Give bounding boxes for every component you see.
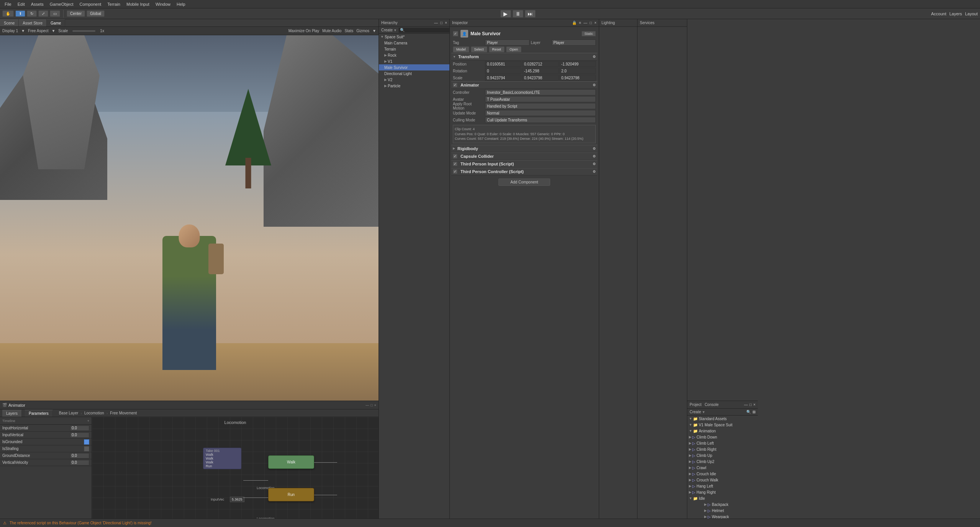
- project-create-button[interactable]: Create: [690, 410, 701, 414]
- display-label[interactable]: Display 1: [2, 29, 18, 33]
- param-input-vertical-value[interactable]: 0.0: [70, 432, 89, 438]
- project-item-crawl[interactable]: ▶▷ Crawl: [687, 465, 758, 471]
- project-item-climb-right[interactable]: ▶▷ Climb Right: [687, 446, 758, 452]
- tab-parameters[interactable]: Parameters: [25, 410, 53, 417]
- free-movement-tab[interactable]: Free Movement: [110, 411, 137, 416]
- play-button[interactable]: ▶: [500, 10, 511, 18]
- hierarchy-item-directional-light[interactable]: Directional Light: [379, 70, 449, 77]
- pause-button[interactable]: ⏸: [513, 10, 523, 18]
- base-layer-label[interactable]: Base Layer: [59, 411, 79, 416]
- scale-x[interactable]: 0.9423794: [485, 75, 521, 81]
- project-maximize[interactable]: □: [749, 403, 752, 407]
- tab-layers[interactable]: Layers: [2, 410, 22, 417]
- avatar-field[interactable]: T PoseAvatar: [485, 96, 596, 102]
- reset-button[interactable]: Reset: [489, 46, 505, 52]
- open-button[interactable]: Open: [506, 46, 521, 52]
- rigidbody-header[interactable]: ▶ Rigidbody ⚙: [451, 145, 597, 152]
- project-item-climb-up2[interactable]: ▶▷ Climb Up2: [687, 458, 758, 465]
- animator-component-header[interactable]: ✓ Animator ⚙: [451, 81, 597, 89]
- tpc-menu[interactable]: ⚙: [593, 170, 596, 173]
- layout-label[interactable]: Layout: [965, 11, 978, 16]
- apply-root-motion-field[interactable]: Handled by Script: [485, 103, 596, 109]
- project-item-backpack-1[interactable]: ▶▷ Backpack: [687, 501, 758, 507]
- hierarchy-item-particle[interactable]: ▶ Particle: [379, 83, 449, 89]
- console-tab[interactable]: Console: [705, 403, 719, 407]
- pos-z[interactable]: -1.920499: [559, 61, 596, 67]
- obj-active-checkbox[interactable]: ✓: [453, 31, 458, 36]
- animator-minimize[interactable]: —: [365, 403, 369, 407]
- inspector-maximize[interactable]: □: [590, 21, 592, 25]
- animator-maximize[interactable]: □: [370, 403, 372, 407]
- project-close[interactable]: ×: [753, 403, 755, 407]
- controller-field[interactable]: Investor_BasicLocomotionLITE: [485, 89, 596, 95]
- tab-game[interactable]: Game: [47, 19, 65, 26]
- aspect-label[interactable]: Free Aspect: [28, 29, 48, 33]
- hierarchy-item-male-survivor[interactable]: Male Survivor: [379, 64, 449, 70]
- rotate-tool-button[interactable]: ↻: [27, 10, 37, 17]
- add-param-button[interactable]: +: [87, 419, 89, 423]
- rect-tool-button[interactable]: ▭: [50, 10, 60, 17]
- menu-help[interactable]: Help: [174, 1, 188, 7]
- pivot-button[interactable]: Center: [67, 10, 85, 17]
- transform-menu[interactable]: ⚙: [593, 55, 596, 59]
- hierarchy-item-terrain[interactable]: Terrain: [379, 46, 449, 52]
- param-ground-distance-value[interactable]: 0.0: [70, 453, 89, 458]
- rigidbody-menu[interactable]: ⚙: [593, 147, 596, 151]
- capsule-collider-header[interactable]: ✓ Capsule Collider ⚙: [451, 152, 597, 160]
- tpi-header[interactable]: ✓ Third Person Input (Script) ⚙: [451, 160, 597, 168]
- hierarchy-item-v1[interactable]: ▶ V1: [379, 58, 449, 64]
- tag-field[interactable]: Player: [485, 39, 529, 46]
- hierarchy-create-button[interactable]: Create: [381, 28, 393, 32]
- scale-y[interactable]: 0.9423798: [522, 75, 559, 81]
- hand-tool-button[interactable]: ✋: [2, 10, 14, 17]
- menu-edit[interactable]: Edit: [15, 1, 28, 7]
- menu-assets[interactable]: Assets: [28, 1, 47, 7]
- layers-label[interactable]: Layers: [949, 11, 962, 16]
- scale-tool-button[interactable]: ⤢: [38, 10, 48, 17]
- inspector-menu[interactable]: ≡: [579, 21, 581, 25]
- transform-header[interactable]: ▼ Transform ⚙: [451, 53, 597, 61]
- animator-enabled-checkbox[interactable]: ✓: [453, 83, 457, 87]
- project-item-crouch-idle[interactable]: ▶▷ Crouch Idle: [687, 471, 758, 477]
- add-component-button[interactable]: Add Component: [498, 178, 550, 186]
- pos-x[interactable]: 0.0160581: [485, 61, 521, 67]
- project-item-climb-up[interactable]: ▶▷ Climb Up: [687, 452, 758, 458]
- tpi-menu[interactable]: ⚙: [593, 162, 596, 166]
- inputvec-value[interactable]: 5.3625: [230, 497, 244, 502]
- menu-gameobject[interactable]: GameObject: [47, 1, 77, 7]
- rot-z[interactable]: 2.0: [559, 68, 596, 74]
- locomotion-tab[interactable]: Locomotion: [84, 411, 104, 416]
- menu-terrain[interactable]: Terrain: [104, 1, 123, 7]
- update-mode-field[interactable]: Normal: [485, 110, 596, 116]
- scale-z[interactable]: 0.9423798: [559, 75, 596, 81]
- project-item-v1-male-space-suit[interactable]: ▼📁 V1 Male Space Suit: [687, 422, 758, 428]
- stats-button[interactable]: Stats: [344, 29, 353, 33]
- tpc-enabled-checkbox[interactable]: ✓: [453, 169, 457, 174]
- hierarchy-close[interactable]: ×: [445, 21, 447, 25]
- project-item-hang-left[interactable]: ▶▷ Hang Left: [687, 483, 758, 489]
- menu-file[interactable]: File: [2, 1, 15, 7]
- account-label[interactable]: Account: [931, 11, 946, 16]
- project-item-crouch-walk[interactable]: ▶▷ Crouch Walk: [687, 477, 758, 483]
- inspector-lock[interactable]: 🔒: [572, 21, 577, 25]
- project-item-climb-down[interactable]: ▶▷ Climb Down: [687, 434, 758, 440]
- param-is-strafing-checkbox[interactable]: [84, 446, 89, 452]
- menu-window[interactable]: Window: [152, 1, 174, 7]
- step-button[interactable]: ⏭: [525, 10, 536, 18]
- rot-y[interactable]: -145.298: [522, 68, 559, 74]
- run-state-node[interactable]: Run: [268, 488, 314, 501]
- project-item-helmet-1[interactable]: ▶▷ Helmet: [687, 507, 758, 514]
- static-button[interactable]: Static: [582, 31, 596, 36]
- animator-menu[interactable]: ⚙: [593, 83, 596, 87]
- move-tool-button[interactable]: ⬆: [15, 10, 25, 17]
- project-view-toggle[interactable]: ⊞: [752, 410, 755, 414]
- inspector-minimize[interactable]: —: [583, 21, 587, 25]
- animator-canvas[interactable]: Locomotion Take 001 Walk Walk Walk Run I…: [92, 417, 379, 520]
- hierarchy-item-v2[interactable]: ▶ V2: [379, 77, 449, 83]
- coord-button[interactable]: Global: [87, 10, 105, 17]
- gizmos-button[interactable]: Gizmos: [356, 29, 369, 33]
- param-input-horizontal-value[interactable]: 0.0: [70, 426, 89, 431]
- tab-scene[interactable]: Scene: [0, 19, 19, 26]
- tpc-header[interactable]: ✓ Third Person Controller (Script) ⚙: [451, 168, 597, 175]
- project-minimize[interactable]: —: [744, 403, 748, 407]
